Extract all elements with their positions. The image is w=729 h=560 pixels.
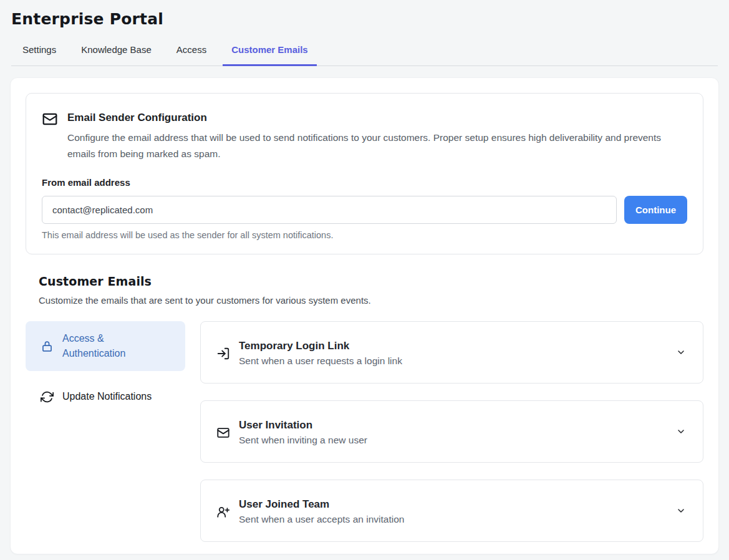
chevron-down-icon[interactable] xyxy=(676,506,686,516)
category-label: Update Notifications xyxy=(62,389,152,404)
login-icon xyxy=(216,347,230,360)
from-email-label: From email address xyxy=(42,177,687,188)
continue-button[interactable]: Continue xyxy=(624,196,687,224)
template-user-invitation[interactable]: User Invitation Sent when inviting a new… xyxy=(200,400,703,463)
from-email-input[interactable] xyxy=(42,196,617,224)
sender-config-title: Email Sender Configuration xyxy=(67,110,685,126)
from-email-helper-text: This email address will be used as the s… xyxy=(42,230,687,240)
template-subtitle: Sent when a user requests a login link xyxy=(239,355,402,367)
category-label: Access & Authentication xyxy=(62,331,150,361)
customer-emails-heading: Customer Emails xyxy=(39,274,703,288)
page-header: Enterprise Portal xyxy=(0,0,729,28)
refresh-icon xyxy=(41,390,54,403)
template-title: User Joined Team xyxy=(239,497,404,512)
mail-icon xyxy=(216,426,230,440)
email-template-list: Temporary Login Link Sent when a user re… xyxy=(200,321,703,542)
template-user-joined-team[interactable]: User Joined Team Sent when a user accept… xyxy=(200,480,703,542)
tab-customer-emails[interactable]: Customer Emails xyxy=(223,41,317,66)
page-title: Enterprise Portal xyxy=(11,10,718,28)
template-subtitle: Sent when inviting a new user xyxy=(239,435,367,446)
chevron-down-icon[interactable] xyxy=(676,427,686,437)
customer-emails-subtitle: Customize the emails that are sent to yo… xyxy=(39,295,703,306)
category-access-authentication[interactable]: Access & Authentication xyxy=(26,321,185,371)
category-update-notifications[interactable]: Update Notifications xyxy=(26,382,185,412)
user-plus-icon xyxy=(216,505,230,519)
mail-icon xyxy=(42,111,58,127)
template-title: Temporary Login Link xyxy=(239,339,402,354)
template-subtitle: Sent when a user accepts an invitation xyxy=(239,514,404,525)
tab-access[interactable]: Access xyxy=(168,41,215,66)
tab-knowledge-base[interactable]: Knowledge Base xyxy=(72,41,160,66)
chevron-down-icon[interactable] xyxy=(676,347,686,357)
tab-settings[interactable]: Settings xyxy=(14,41,65,66)
template-title: User Invitation xyxy=(239,418,367,433)
tab-bar: Settings Knowledge Base Access Customer … xyxy=(11,41,718,66)
email-category-list: Access & Authentication Update Notificat… xyxy=(26,321,185,412)
template-temporary-login-link[interactable]: Temporary Login Link Sent when a user re… xyxy=(200,321,703,384)
lock-icon xyxy=(41,340,54,353)
main-panel: Email Sender Configuration Configure the… xyxy=(10,77,719,554)
email-sender-config-card: Email Sender Configuration Configure the… xyxy=(26,93,703,254)
sender-config-description: Configure the email address that will be… xyxy=(67,130,685,162)
